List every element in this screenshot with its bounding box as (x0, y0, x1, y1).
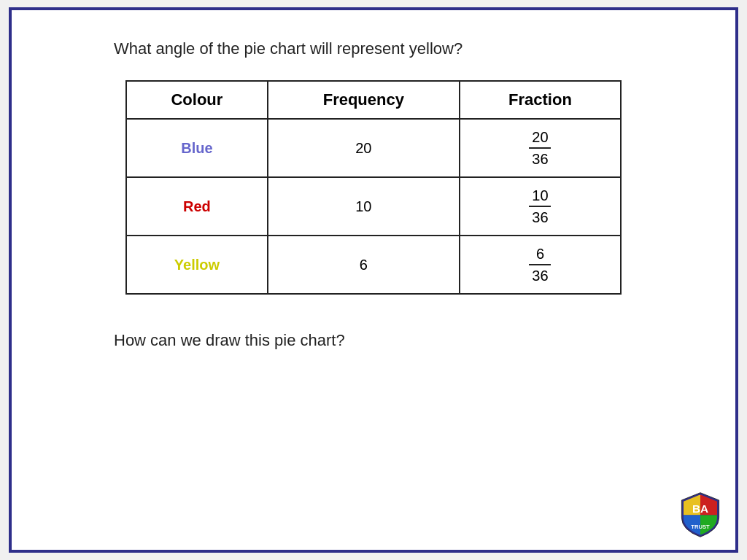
table-row: Blue202036 (126, 119, 621, 177)
cell-frequency-2: 6 (268, 236, 460, 294)
numerator-2: 6 (529, 245, 551, 265)
data-table: Colour Frequency Fraction Blue202036Red1… (125, 80, 622, 295)
cell-fraction-2: 636 (460, 236, 621, 294)
slide: What angle of the pie chart will represe… (9, 7, 738, 553)
cell-frequency-0: 20 (268, 119, 460, 177)
ba-trust-logo: BA TRUST (677, 491, 724, 538)
denominator-2: 36 (532, 265, 548, 284)
denominator-1: 36 (532, 207, 548, 226)
numerator-0: 20 (529, 128, 551, 149)
numerator-1: 10 (529, 187, 551, 207)
cell-frequency-1: 10 (268, 177, 460, 236)
cell-colour-2: Yellow (126, 236, 268, 294)
sub-question: How can we draw this pie chart? (114, 331, 345, 350)
cell-fraction-0: 2036 (460, 119, 621, 177)
denominator-0: 36 (532, 149, 548, 168)
fraction-display-2: 636 (529, 245, 551, 284)
svg-text:TRUST: TRUST (691, 524, 710, 530)
cell-colour-0: Blue (126, 119, 268, 177)
col-header-colour: Colour (126, 81, 268, 119)
main-question: What angle of the pie chart will represe… (114, 39, 462, 58)
table-row: Yellow6636 (126, 236, 621, 294)
col-header-fraction: Fraction (460, 81, 621, 119)
fraction-display-1: 1036 (529, 187, 551, 226)
fraction-display-0: 2036 (529, 128, 551, 168)
cell-fraction-1: 1036 (460, 177, 621, 236)
svg-text:BA: BA (692, 502, 708, 515)
cell-colour-1: Red (126, 177, 268, 236)
table-row: Red101036 (126, 177, 621, 236)
col-header-frequency: Frequency (268, 81, 460, 119)
